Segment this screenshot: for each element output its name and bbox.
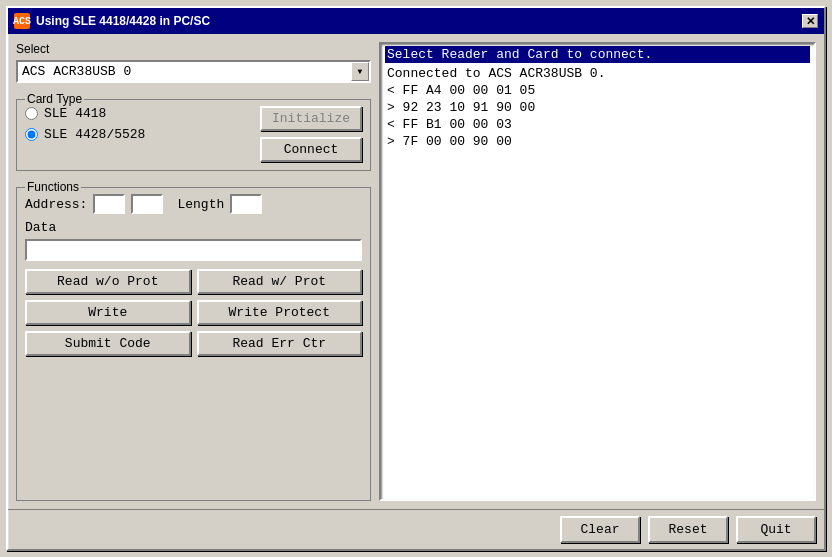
reset-button[interactable]: Reset xyxy=(648,516,728,543)
radio-sle4418[interactable]: SLE 4418 xyxy=(25,106,252,121)
connect-button[interactable]: Connect xyxy=(260,137,362,162)
initialize-button[interactable]: Initialize xyxy=(260,106,362,131)
card-type-buttons: Initialize Connect xyxy=(260,106,362,162)
submit-code-button[interactable]: Submit Code xyxy=(25,331,191,356)
card-type-group: Card Type SLE 4418 SLE 4428/5528 Ini xyxy=(16,99,371,171)
address-label: Address: xyxy=(25,197,87,212)
title-bar-left: ACS Using SLE 4418/4428 in PC/SC xyxy=(14,13,210,29)
data-section: Data xyxy=(25,220,362,261)
address-input-2[interactable] xyxy=(131,194,163,214)
radio-sle4418-input[interactable] xyxy=(25,107,38,120)
reader-select[interactable]: ACS ACR38USB 0 xyxy=(16,60,371,83)
select-wrapper: ACS ACR38USB 0 ▼ xyxy=(16,60,371,83)
radio-group: SLE 4418 SLE 4428/5528 xyxy=(25,106,252,142)
card-type-label: Card Type xyxy=(25,92,84,106)
bottom-bar: Clear Reset Quit xyxy=(8,509,824,549)
address-row: Address: Length xyxy=(25,194,362,214)
functions-group: Functions Address: Length Data Read w/o … xyxy=(16,187,371,501)
log-line-1: < FF A4 00 00 01 05 xyxy=(385,82,810,99)
select-group: Select ACS ACR38USB 0 ▼ xyxy=(16,42,371,83)
length-input[interactable] xyxy=(230,194,262,214)
log-line-4: > 7F 00 00 90 00 xyxy=(385,133,810,150)
radio-sle4418-label: SLE 4418 xyxy=(44,106,106,121)
main-window: ACS Using SLE 4418/4428 in PC/SC ✕ Selec… xyxy=(6,6,826,551)
radio-sle4428-label: SLE 4428/5528 xyxy=(44,127,145,142)
data-input[interactable] xyxy=(25,239,362,261)
read-err-ctr-button[interactable]: Read Err Ctr xyxy=(197,331,363,356)
quit-button[interactable]: Quit xyxy=(736,516,816,543)
left-panel: Select ACS ACR38USB 0 ▼ Card Type SLE 44… xyxy=(16,42,371,501)
log-area: Select Reader and Card to connect. Conne… xyxy=(379,42,816,501)
log-header: Select Reader and Card to connect. xyxy=(385,46,810,63)
data-label: Data xyxy=(25,220,362,235)
read-w-prot-button[interactable]: Read w/ Prot xyxy=(197,269,363,294)
log-line-3: < FF B1 00 00 03 xyxy=(385,116,810,133)
app-icon: ACS xyxy=(14,13,30,29)
card-type-content: SLE 4418 SLE 4428/5528 Initialize Connec… xyxy=(25,106,362,162)
title-bar: ACS Using SLE 4418/4428 in PC/SC ✕ xyxy=(8,8,824,34)
write-protect-button[interactable]: Write Protect xyxy=(197,300,363,325)
clear-button[interactable]: Clear xyxy=(560,516,640,543)
radio-sle4428-input[interactable] xyxy=(25,128,38,141)
log-line-2: > 92 23 10 91 90 00 xyxy=(385,99,810,116)
action-buttons: Read w/o Prot Read w/ Prot Write Write P… xyxy=(25,269,362,356)
close-button[interactable]: ✕ xyxy=(802,14,818,28)
log-line-0: Connected to ACS ACR38USB 0. xyxy=(385,65,810,82)
length-label: Length xyxy=(177,197,224,212)
write-button[interactable]: Write xyxy=(25,300,191,325)
select-label: Select xyxy=(16,42,371,56)
window-title: Using SLE 4418/4428 in PC/SC xyxy=(36,14,210,28)
radio-sle4428[interactable]: SLE 4428/5528 xyxy=(25,127,252,142)
content-area: Select ACS ACR38USB 0 ▼ Card Type SLE 44… xyxy=(8,34,824,509)
right-panel: Select Reader and Card to connect. Conne… xyxy=(379,42,816,501)
functions-label: Functions xyxy=(25,180,81,194)
address-input-1[interactable] xyxy=(93,194,125,214)
read-wo-prot-button[interactable]: Read w/o Prot xyxy=(25,269,191,294)
